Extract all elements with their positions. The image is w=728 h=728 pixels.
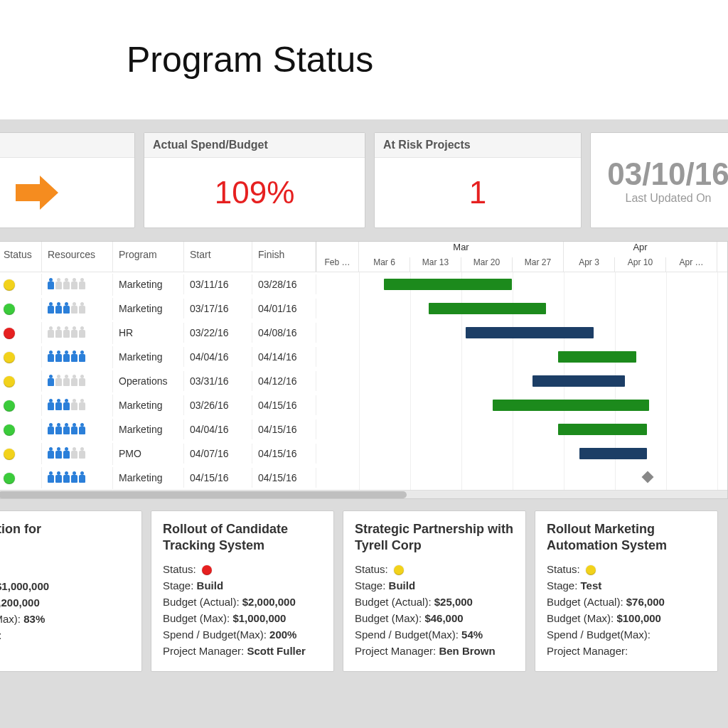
kpi-row: Trend Actual Spend/Budget 109% At Risk P… [0, 132, 728, 241]
timeline-cell [316, 441, 727, 466]
page-title: Program Status [127, 39, 373, 80]
project-spend-pct: Spend / Budget(Max): 200% [163, 628, 322, 641]
timeline-cell [316, 321, 727, 345]
cell-start: 03/22/16 [184, 323, 252, 343]
cell-program: Marketing [113, 468, 184, 488]
gantt-bar[interactable] [493, 400, 649, 411]
status-dot-icon [4, 304, 15, 315]
project-card[interactable]: Promotion forBuildActual): $1,000,000Max… [0, 510, 142, 672]
kpi-date-body: 03/10/16 Last Updated On [591, 133, 728, 228]
scrollbar-thumb[interactable] [0, 491, 407, 498]
kpi-risk-label: At Risk Projects [375, 133, 581, 158]
gantt-bar[interactable] [384, 279, 512, 290]
milestone-diamond-icon[interactable] [642, 471, 654, 483]
project-card[interactable]: Strategic Partnership with Tyrell CorpSt… [343, 510, 526, 672]
gantt-bar[interactable] [429, 303, 546, 314]
gantt-bar[interactable] [532, 375, 625, 387]
gantt-row[interactable]: Marketing04/04/1604/14/16 [0, 345, 727, 369]
kpi-spend-label: Actual Spend/Budget [144, 133, 365, 158]
gantt-bar[interactable] [558, 424, 647, 435]
project-stage: Build [0, 564, 130, 576]
week-label: Feb … [316, 257, 359, 272]
gantt-bar[interactable] [558, 351, 636, 363]
project-status [0, 547, 130, 560]
project-manager: Project Manager: [547, 645, 706, 657]
cell-finish: 04/12/16 [252, 371, 316, 391]
week-label: Mar 27 [513, 257, 564, 272]
project-stage: Stage: Build [163, 579, 322, 592]
project-spend-pct: Budget(Max): 83% [0, 613, 130, 625]
status-dot-icon [4, 328, 15, 339]
project-budget-max: Max): $1,200,000 [0, 596, 130, 609]
gantt-bar[interactable] [466, 327, 594, 338]
timeline-cell [316, 417, 727, 441]
timeline-cell [316, 369, 727, 393]
cell-start: 04/04/16 [184, 419, 252, 439]
project-budget-actual: Actual): $1,000,000 [0, 580, 130, 592]
project-budget-max: Budget (Max): $100,000 [547, 612, 706, 624]
kpi-date[interactable]: 03/10/16 Last Updated On [590, 132, 728, 228]
week-label: Mar 13 [410, 257, 461, 272]
project-stage: Stage: Build [355, 579, 514, 592]
status-dot-icon [202, 565, 212, 575]
gantt-row[interactable]: Marketing03/11/1603/28/16 [0, 272, 727, 296]
people-icon [48, 375, 85, 386]
week-label: Mar 20 [461, 257, 513, 272]
col-resources[interactable]: Resources [42, 242, 113, 272]
project-card[interactable]: Rollout of Candidate Tracking SystemStat… [151, 510, 334, 672]
col-program[interactable]: Program [113, 242, 184, 272]
project-spend-pct: Spend / Budget(Max): 54% [355, 628, 514, 641]
gantt-row[interactable]: Marketing04/04/1604/15/16 [0, 417, 727, 441]
gantt-body: Marketing03/11/1603/28/16Marketing03/17/… [0, 272, 727, 490]
cell-finish: 04/15/16 [252, 419, 316, 439]
timeline-cell [316, 466, 727, 490]
people-icon [48, 423, 85, 434]
project-spend-pct: Spend / Budget(Max): [547, 628, 706, 641]
kpi-risk[interactable]: At Risk Projects 1 [374, 132, 582, 228]
project-budget-actual: Budget (Actual): $25,000 [355, 596, 514, 608]
project-cards-row: Promotion forBuildActual): $1,000,000Max… [0, 510, 728, 672]
status-dot-icon [586, 565, 596, 575]
cell-program: Marketing [113, 395, 184, 415]
people-icon [48, 326, 85, 338]
col-status[interactable]: Status [0, 242, 42, 272]
cell-program: Marketing [113, 419, 184, 439]
week-label: Mar 6 [359, 257, 410, 272]
cell-program: Operations [113, 371, 184, 391]
kpi-spend[interactable]: Actual Spend/Budget 109% [144, 132, 365, 228]
kpi-spend-value: 109% [144, 158, 365, 228]
horizontal-scrollbar[interactable] [0, 490, 727, 498]
project-status: Status: [355, 563, 514, 575]
gantt-bar[interactable] [579, 448, 647, 459]
people-icon [48, 278, 85, 289]
status-dot-icon [4, 400, 15, 412]
col-start[interactable]: Start [184, 242, 252, 272]
project-budget-actual: Budget (Actual): $76,000 [547, 596, 706, 608]
cell-finish: 03/28/16 [252, 274, 316, 294]
people-icon [48, 302, 85, 314]
cell-finish: 04/15/16 [252, 395, 316, 415]
project-manager: Project Manager: Scott Fuller [163, 645, 322, 657]
project-title: Rollout Marketing Automation System [547, 521, 706, 553]
status-dot-icon [4, 352, 15, 363]
cell-start: 04/15/16 [184, 468, 252, 488]
status-dot-icon [4, 376, 15, 387]
cell-program: Marketing [113, 347, 184, 367]
cell-program: Marketing [113, 299, 184, 318]
col-finish[interactable]: Finish [252, 242, 316, 272]
gantt-row[interactable]: Marketing03/17/1604/01/16 [0, 296, 727, 321]
gantt-row[interactable]: Marketing03/26/1604/15/16 [0, 393, 727, 417]
gantt-row[interactable]: Operations03/31/1604/12/16 [0, 369, 727, 393]
week-label: Apr … [666, 257, 717, 272]
project-card[interactable]: Rollout Marketing Automation SystemStatu… [535, 510, 718, 672]
gantt-row[interactable]: Marketing04/15/1604/15/16 [0, 466, 727, 490]
cell-start: 04/07/16 [184, 444, 252, 464]
gantt-row[interactable]: PMO04/07/1604/15/16 [0, 441, 727, 466]
cell-program: PMO [113, 444, 184, 464]
cell-finish: 04/08/16 [252, 323, 316, 343]
timeline-cell [316, 345, 727, 369]
kpi-date-value: 03/10/16 [607, 156, 728, 192]
kpi-trend[interactable]: Trend [0, 132, 135, 228]
gantt-row[interactable]: HR03/22/1604/08/16 [0, 321, 727, 345]
status-dot-icon [394, 565, 404, 575]
